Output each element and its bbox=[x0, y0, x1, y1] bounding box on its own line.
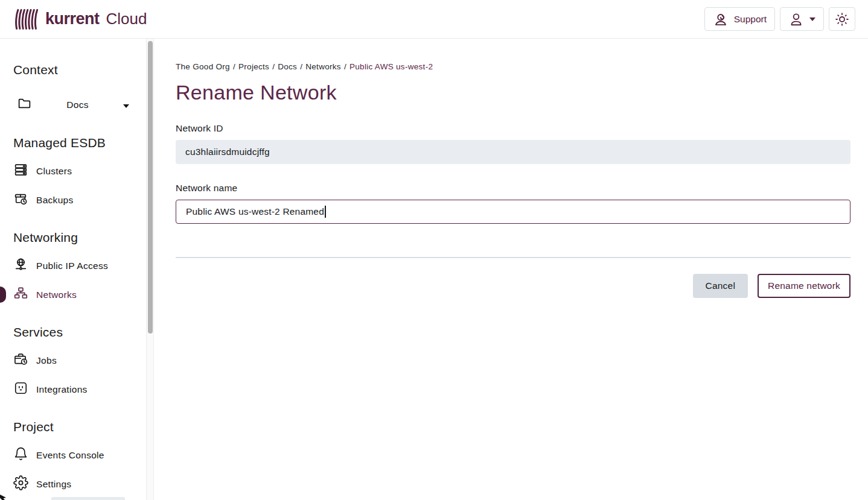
text-cursor bbox=[325, 206, 326, 218]
support-button[interactable]: Support bbox=[704, 7, 775, 31]
breadcrumb-separator: / bbox=[272, 62, 275, 71]
sidebar-item-events-console[interactable]: Events Console bbox=[13, 447, 146, 463]
section-heading-managed-esdb: Managed ESDB bbox=[13, 136, 146, 150]
outlet-icon bbox=[13, 381, 28, 398]
breadcrumb-item-networks[interactable]: Networks bbox=[305, 62, 341, 71]
brand-suffix: Cloud bbox=[106, 10, 147, 28]
breadcrumb-item-org[interactable]: The Good Org bbox=[176, 62, 230, 71]
mouse-cursor bbox=[0, 495, 6, 500]
theme-toggle-button[interactable] bbox=[829, 7, 855, 31]
breadcrumb-separator: / bbox=[344, 62, 346, 71]
section-heading-project: Project bbox=[13, 420, 146, 434]
sidebar-item-public-ip-access[interactable]: Public IP Access bbox=[13, 258, 146, 274]
context-selector-label: Docs bbox=[32, 100, 123, 110]
network-name-input[interactable]: Public AWS us-west-2 Renamed bbox=[176, 200, 850, 224]
support-agent-icon bbox=[713, 11, 729, 27]
sidebar-item-clusters[interactable]: Clusters bbox=[13, 163, 146, 179]
brand-logo[interactable]: kurrent Cloud bbox=[13, 8, 147, 30]
logo-waves-icon bbox=[13, 8, 40, 30]
sitemap-icon bbox=[13, 286, 28, 303]
breadcrumb-item-projects[interactable]: Projects bbox=[238, 62, 269, 71]
network-name-label: Network name bbox=[176, 183, 850, 194]
sidebar-scrollbar-thumb[interactable] bbox=[148, 41, 153, 334]
bell-icon bbox=[13, 446, 28, 464]
breadcrumb-separator: / bbox=[300, 62, 302, 71]
backups-icon bbox=[13, 191, 28, 209]
section-heading-context: Context bbox=[13, 63, 146, 77]
page-title: Rename Network bbox=[176, 81, 850, 104]
context-selector[interactable]: Docs bbox=[17, 96, 129, 113]
active-item-indicator bbox=[0, 286, 6, 303]
network-id-label: Network ID bbox=[176, 123, 850, 134]
network-id-field: cu3hlaiirsdmuidcjffg bbox=[176, 140, 850, 164]
sidebar-scrollbar-track bbox=[146, 39, 154, 500]
cancel-button[interactable]: Cancel bbox=[693, 274, 748, 298]
section-heading-services: Services bbox=[13, 325, 146, 340]
network-name-value: Public AWS us-west-2 Renamed bbox=[186, 206, 324, 217]
form-divider bbox=[176, 257, 850, 258]
user-icon bbox=[788, 11, 804, 27]
header: kurrent Cloud Support bbox=[0, 0, 868, 39]
sidebar-item-networks[interactable]: Networks bbox=[13, 286, 146, 303]
sidebar-item-jobs[interactable]: Jobs bbox=[13, 352, 146, 369]
section-heading-networking: Networking bbox=[13, 230, 146, 245]
chevron-down-icon bbox=[809, 17, 815, 21]
breadcrumb-separator: / bbox=[233, 62, 235, 71]
user-menu-button[interactable] bbox=[780, 7, 824, 31]
sidebar-item-backups[interactable]: Backups bbox=[13, 192, 146, 208]
sun-icon bbox=[834, 11, 850, 27]
rename-network-button[interactable]: Rename network bbox=[758, 274, 850, 298]
gear-icon bbox=[13, 475, 28, 493]
main-content: The Good Org/Projects/Docs/Networks/Publ… bbox=[154, 39, 868, 500]
caret-down-icon bbox=[123, 100, 129, 110]
briefcase-clock-icon bbox=[13, 352, 28, 369]
breadcrumb: The Good Org/Projects/Docs/Networks/Publ… bbox=[176, 62, 850, 71]
folder-icon bbox=[17, 96, 32, 113]
bottom-peek-bar bbox=[51, 497, 125, 500]
sidebar: Context Docs Managed ESDB bbox=[0, 39, 146, 500]
globe-stand-icon bbox=[13, 257, 28, 274]
network-id-value: cu3hlaiirsdmuidcjffg bbox=[185, 147, 270, 157]
sidebar-item-settings[interactable]: Settings bbox=[13, 476, 146, 492]
support-label: Support bbox=[734, 14, 767, 25]
sidebar-item-integrations[interactable]: Integrations bbox=[13, 381, 146, 397]
breadcrumb-current: Public AWS us-west-2 bbox=[349, 62, 433, 71]
clusters-icon bbox=[13, 162, 28, 180]
brand-name: kurrent bbox=[45, 10, 100, 28]
breadcrumb-item-docs[interactable]: Docs bbox=[278, 62, 297, 71]
